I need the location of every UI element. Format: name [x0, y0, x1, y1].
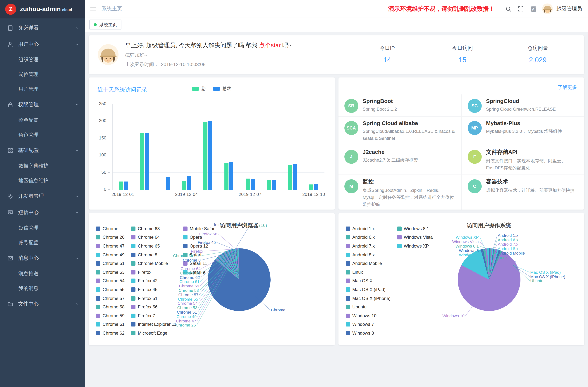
legend-label: Windows 10 [352, 313, 377, 318]
pie-label: Chrome 58 [179, 288, 199, 293]
brand-name: zuihou-admincloud [20, 5, 72, 13]
legend-item-Firefox 56[interactable]: Firefox 56 [131, 303, 176, 311]
sidebar-subitem[interactable]: 用户管理 [0, 82, 85, 97]
sidebar-item-5[interactable]: 短信中心 [0, 204, 85, 221]
legend-swatch [131, 287, 136, 292]
legend-item-Firefox 7[interactable]: Firefox 7 [131, 311, 176, 320]
legend-swatch [131, 296, 136, 301]
tech-title: 容器技术 [486, 178, 575, 185]
stats: 今日IP14今日访问15总访问量2,029 [350, 45, 575, 64]
stat-label: 今日访问 [425, 45, 500, 52]
legend-item-总数[interactable]: 总数 [213, 86, 231, 92]
legend-item-Chrome 26[interactable]: Chrome 26 [96, 233, 125, 242]
pie-label: Windows 7 [459, 253, 479, 257]
tab-系统主页[interactable]: 系统主页 [89, 20, 122, 30]
legend-swatch [346, 244, 350, 248]
legend-item-Firefox 42[interactable]: Firefox 42 [131, 277, 176, 285]
legend-item-Android 8.x[interactable]: Android 8.x [346, 250, 391, 259]
legend-item-Linux[interactable]: Linux [346, 268, 391, 277]
sidebar-item-label: 务必详看 [18, 25, 75, 31]
legend-label: Windows 8.1 [404, 226, 429, 231]
legend-swatch [183, 244, 188, 248]
legend-item-Mac OS X (iPhone)[interactable]: Mac OS X (iPhone) [346, 294, 391, 303]
legend-item-Windows Vista[interactable]: Windows Vista [397, 233, 433, 242]
sidebar-item-0[interactable]: 务必详看 [0, 20, 85, 36]
pie-label: Windows 10 [442, 314, 464, 318]
legend-item-您[interactable]: 您 [192, 86, 206, 92]
legend-item-Mac OS X[interactable]: Mac OS X [346, 277, 391, 285]
legend-item-Windows 10[interactable]: Windows 10 [346, 311, 391, 320]
legend-item-Chrome Mobile[interactable]: Chrome Mobile [131, 259, 176, 268]
legend-item-Chrome 51[interactable]: Chrome 51 [96, 259, 125, 268]
legend-item-Chrome 58[interactable]: Chrome 58 [96, 303, 125, 311]
greeting-line: 早上好, 超级管理员, 今天帮别人解决问题了吗 帮我 点个star 吧~ [125, 41, 292, 49]
legend-item-Chrome[interactable]: Chrome [96, 224, 125, 233]
username[interactable]: 超级管理员 [556, 5, 582, 12]
legend-item-Chrome 62[interactable]: Chrome 62 [96, 329, 125, 337]
star-link[interactable]: 点个star [259, 42, 280, 48]
legend-item-Ubuntu[interactable]: Ubuntu [346, 303, 391, 311]
y-tick-label: 0 [104, 187, 106, 192]
legend-item-Windows 8[interactable]: Windows 8 [346, 329, 391, 337]
last-login-time: 上次登录时间：2019-12-10 10:03:08 [125, 61, 292, 68]
legend-item-Chrome 64[interactable]: Chrome 64 [131, 233, 176, 242]
sidebar-item-1[interactable]: 用户中心 [0, 36, 85, 52]
legend-item-Firefox 51[interactable]: Firefox 51 [131, 294, 176, 303]
search-icon[interactable] [502, 0, 515, 18]
legend-item-Chrome 54[interactable]: Chrome 54 [96, 277, 125, 285]
pie-label: Ubuntu [530, 279, 543, 283]
legend-swatch [131, 226, 136, 231]
legend-item-Windows 8.1[interactable]: Windows 8.1 [397, 224, 433, 233]
legend-item-Firefox 45[interactable]: Firefox 45 [131, 285, 176, 294]
sidebar-subitem[interactable]: 角色管理 [0, 128, 85, 143]
legend-item-Chrome 8[interactable]: Chrome 8 [131, 250, 176, 259]
legend-swatch [346, 296, 350, 301]
sidebar-subitem[interactable]: 短信管理 [0, 221, 85, 235]
chevron-down-icon [75, 103, 79, 107]
legend-item-Microsoft Edge[interactable]: Microsoft Edge [131, 329, 176, 337]
learn-more-link[interactable]: 了解更多 [558, 84, 577, 91]
legend-item-Chrome 47[interactable]: Chrome 47 [96, 242, 125, 250]
legend-item-Internet Explorer 11[interactable]: Internet Explorer 11 [131, 320, 176, 329]
legend-item-Android 7.x[interactable]: Android 7.x [346, 242, 391, 250]
legend-item-Chrome 57[interactable]: Chrome 57 [96, 294, 125, 303]
user-avatar[interactable] [542, 3, 553, 14]
legend-item-Chrome 55[interactable]: Chrome 55 [96, 285, 125, 294]
legend-item-Chrome 59[interactable]: Chrome 59 [96, 311, 125, 320]
legend-item-Android 6.x[interactable]: Android 6.x [346, 233, 391, 242]
sidebar-item-3[interactable]: 基础配置 [0, 143, 85, 159]
legend-item-Chrome 53[interactable]: Chrome 53 [96, 268, 125, 277]
sidebar-subitem[interactable]: 账号配置 [0, 235, 85, 250]
legend-item-Android 1.x[interactable]: Android 1.x [346, 224, 391, 233]
sidebar-item-4[interactable]: 开发者管理 [0, 188, 85, 204]
fullscreen-icon[interactable] [515, 0, 527, 18]
legend-item-Chrome 49[interactable]: Chrome 49 [96, 250, 125, 259]
sidebar-collapse-icon[interactable] [85, 6, 102, 12]
sidebar-subitem[interactable]: 数据字典维护 [0, 159, 85, 173]
sidebar-item-2[interactable]: 权限管理 [0, 97, 85, 113]
sidebar-subitem[interactable]: 地区信息维护 [0, 173, 85, 188]
legend-swatch [96, 305, 100, 309]
legend-item-Firefox[interactable]: Firefox [131, 268, 176, 277]
legend-item-Chrome 63[interactable]: Chrome 63 [131, 224, 176, 233]
sidebar-subitem[interactable]: 组织管理 [0, 52, 85, 67]
legend-item-Windows 7[interactable]: Windows 7 [346, 320, 391, 329]
legend-item-Chrome 65[interactable]: Chrome 65 [131, 242, 176, 250]
sidebar-subitem[interactable]: 我的消息 [0, 281, 85, 296]
tech-desc: Spring Cloud Greenwich.RELEASE [486, 106, 556, 113]
legend-item-Chrome 61[interactable]: Chrome 61 [96, 320, 125, 329]
bar-chart-y-axis: 050100150200250 [95, 104, 110, 190]
font-size-icon[interactable]: A+ [527, 0, 540, 18]
sidebar-subitem[interactable]: 菜单配置 [0, 113, 85, 128]
breadcrumb[interactable]: 系统主页 [102, 5, 122, 12]
tech-desc: Mybatis-plus 3.2.0： Mybatis 增强组件 [486, 128, 562, 135]
sidebar-subitem[interactable]: 岗位管理 [0, 67, 85, 82]
legend-item-Windows XP[interactable]: Windows XP [397, 242, 433, 250]
chevron-down-icon [75, 302, 79, 306]
sidebar-subitem[interactable]: 消息推送 [0, 266, 85, 281]
legend-item-Android Mobile[interactable]: Android Mobile [346, 259, 391, 268]
sidebar-item-7[interactable]: 文件中心 [0, 296, 85, 312]
sidebar-item-6[interactable]: 消息中心 [0, 250, 85, 266]
y-tick-label: 200 [99, 118, 106, 123]
legend-item-Mac OS X (iPad)[interactable]: Mac OS X (iPad) [346, 285, 391, 294]
